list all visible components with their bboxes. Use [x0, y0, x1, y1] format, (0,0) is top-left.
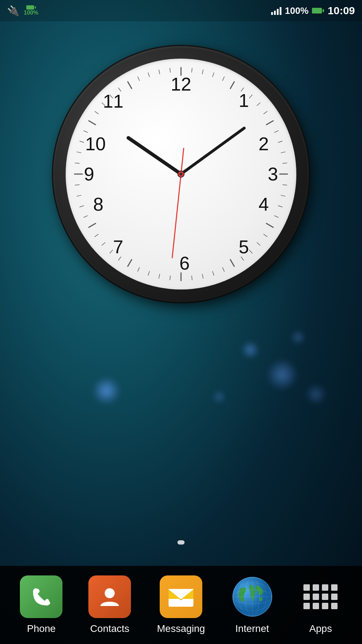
status-left: 🔌 100%: [7, 5, 38, 17]
svg-line-41: [84, 216, 88, 217]
svg-line-2: [202, 70, 203, 74]
svg-line-14: [283, 163, 287, 163]
phone-icon: [20, 575, 62, 618]
dock-item-phone[interactable]: Phone: [20, 575, 62, 634]
svg-line-11: [274, 131, 278, 132]
phone-label: Phone: [27, 623, 56, 634]
svg-line-34: [138, 267, 139, 271]
apps-icon: [299, 575, 342, 618]
page-indicator: [177, 540, 185, 545]
svg-line-13: [281, 152, 285, 153]
signal-bar-3: [277, 9, 279, 15]
minute-hand-svg: [181, 128, 244, 174]
signal-bar-4: [280, 7, 281, 15]
svg-line-5: [230, 82, 234, 88]
apps-dot-7: [322, 594, 328, 600]
battery-percent-small: 100%: [24, 10, 38, 16]
clock-outer: // Will render ticks via JS after DOM 12…: [53, 46, 309, 302]
svg-line-39: [95, 234, 98, 237]
status-time: 10:09: [328, 5, 355, 17]
svg-line-43: [77, 195, 81, 196]
bokeh-4: [291, 330, 305, 345]
apps-dot-1: [303, 584, 310, 591]
svg-line-48: [80, 141, 84, 142]
apps-dot-9: [303, 603, 310, 609]
svg-line-57: [148, 73, 149, 77]
dock-item-apps[interactable]: Apps: [299, 575, 342, 634]
second-hand-svg-long: [172, 174, 181, 258]
svg-line-40: [89, 223, 95, 227]
clock-face: // Will render ticks via JS after DOM 12…: [66, 59, 296, 289]
apps-dot-11: [322, 603, 328, 609]
contacts-icon: [88, 575, 131, 618]
svg-line-9: [264, 112, 267, 114]
bokeh-6: [213, 391, 225, 403]
svg-line-3: [213, 73, 214, 77]
svg-line-46: [75, 163, 79, 163]
svg-line-58: [159, 70, 160, 74]
svg-line-47: [77, 152, 81, 153]
svg-line-35: [128, 260, 132, 266]
svg-line-38: [102, 243, 105, 245]
svg-line-59: [170, 68, 170, 72]
internet-icon-svg: [231, 575, 274, 618]
svg-line-19: [274, 216, 278, 217]
center-dot-inner: [180, 173, 182, 175]
apps-dot-6: [313, 594, 319, 600]
apps-dot-3: [322, 584, 328, 591]
signal-bar-2: [274, 11, 276, 15]
svg-line-4: [223, 77, 224, 81]
apps-grid: [300, 581, 341, 613]
svg-line-54: [119, 88, 121, 91]
status-right: 100% 10:09: [271, 5, 355, 17]
svg-point-60: [105, 588, 115, 598]
status-bar: 🔌 100% 100% 10:09: [0, 0, 362, 21]
svg-line-16: [283, 185, 287, 185]
apps-dot-10: [313, 603, 319, 609]
messaging-label: Messaging: [157, 623, 205, 634]
apps-dot-12: [331, 603, 338, 609]
bokeh-1: [92, 377, 121, 405]
apps-dot-4: [331, 584, 338, 591]
contacts-label: Contacts: [90, 623, 130, 634]
svg-line-22: [257, 243, 260, 245]
svg-line-10: [267, 121, 273, 125]
svg-line-18: [278, 206, 282, 207]
battery-small: 100%: [24, 5, 38, 16]
svg-line-56: [138, 77, 139, 81]
clock-widget[interactable]: // Will render ticks via JS after DOM 12…: [53, 46, 309, 302]
svg-line-55: [128, 82, 132, 88]
svg-line-21: [264, 234, 267, 237]
phone-icon-svg: [29, 584, 54, 609]
svg-line-44: [75, 185, 79, 185]
dock-item-messaging[interactable]: Messaging: [157, 575, 205, 634]
internet-label: Internet: [235, 623, 269, 634]
svg-line-1: [192, 68, 192, 72]
dock-item-contacts[interactable]: Contacts: [88, 575, 131, 634]
svg-line-51: [95, 112, 98, 114]
svg-line-17: [281, 195, 285, 196]
signal-bar-1: [271, 12, 273, 15]
svg-line-31: [170, 276, 170, 280]
battery-percent: 100%: [285, 5, 309, 16]
internet-icon: [231, 575, 274, 618]
svg-line-7: [249, 95, 252, 98]
svg-line-20: [267, 223, 273, 227]
bokeh-5: [305, 384, 327, 405]
apps-dot-8: [331, 594, 338, 600]
contacts-icon-svg: [97, 584, 122, 610]
svg-line-36: [119, 257, 121, 260]
svg-line-28: [202, 274, 203, 278]
messaging-icon: [160, 575, 202, 618]
battery-icon-small: [26, 5, 36, 10]
svg-line-27: [213, 271, 214, 275]
svg-line-29: [192, 276, 192, 280]
dock: Phone Contacts Messaging: [0, 566, 362, 644]
dock-item-internet[interactable]: Internet: [231, 575, 274, 634]
svg-line-33: [148, 271, 149, 275]
second-hand-svg-tail: [181, 148, 184, 174]
svg-line-12: [278, 141, 282, 142]
bokeh-2: [241, 341, 259, 359]
signal-bars: [271, 6, 281, 15]
apps-label: Apps: [309, 623, 332, 634]
